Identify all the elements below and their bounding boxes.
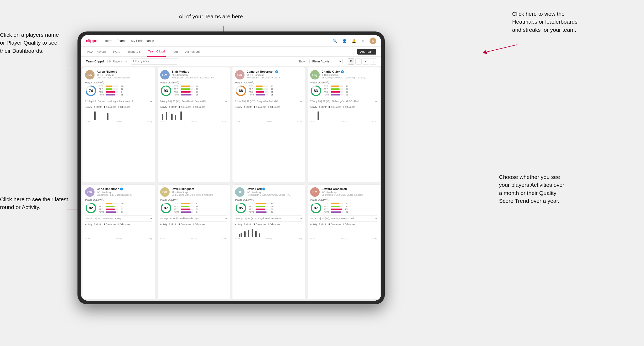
score-circle[interactable]: 87 (310, 202, 322, 214)
score-circle[interactable]: 74 (85, 85, 97, 97)
tab-tour[interactable]: Tour (171, 47, 179, 57)
chart-dates: 31 Jul 21 Aug 4 Sep (85, 238, 152, 239)
latest-round[interactable]: 18 Jul 23 | 74 (+4), Sunningdale GC - Ol… (310, 215, 377, 220)
latest-round[interactable]: 07 Aug 23 | 77 (+7), St George's Hill GC… (310, 98, 377, 103)
stats-section: OTT 82 APP 74 ARG 85 PUTT 9 (174, 202, 199, 214)
add-team-button[interactable]: Add Team (357, 49, 376, 55)
chart-bars (160, 110, 227, 120)
player-avatar[interactable]: BM (160, 70, 170, 79)
stat-bar-bg (256, 206, 268, 207)
tab-hcaps[interactable]: Hcaps 1-5 (126, 47, 142, 57)
stat-bar-bg (106, 206, 118, 207)
player-card[interactable]: CR Chris Robertson ✓ 1-5 Handicap Craigm… (82, 184, 155, 300)
stat-label: APP (99, 205, 105, 207)
player-name[interactable]: Aaron Nicholls (97, 70, 152, 73)
player-card[interactable]: BM Blair McHarg Plus Handicap Royal Nort… (157, 67, 230, 182)
player-avatar[interactable]: EC (310, 187, 320, 197)
user-icon[interactable]: 👤 (341, 38, 347, 44)
player-name[interactable]: Blair McHarg (172, 70, 227, 73)
latest-round[interactable]: 02 Sep 23 | Sunset round to get back int… (85, 98, 152, 103)
player-avatar[interactable]: CR (235, 70, 245, 79)
player-name[interactable]: Cameron Robertson ✓ (247, 70, 302, 73)
chart-bar (239, 234, 240, 237)
off-course-legend: Off course (343, 106, 355, 108)
stat-bar-bg (106, 203, 118, 204)
score-number: 87 (164, 206, 168, 210)
player-avatar[interactable]: DF (235, 187, 245, 197)
player-card[interactable]: AN Aaron Nicholls 11-15 Handicap Drift G… (82, 67, 155, 182)
latest-round-text: 04 Sep 23 | Mobility with coach, Gym (160, 217, 199, 220)
notification-icon[interactable]: 🔔 (351, 38, 357, 44)
verified-icon: ✓ (262, 188, 265, 190)
stat-value: 63 (269, 88, 273, 90)
player-avatar[interactable]: AN (85, 70, 95, 79)
svg-line-1 (485, 45, 517, 52)
edit-icon[interactable]: ✏ (125, 60, 128, 63)
nav-icons: 🔍 👤 🔔 ⊕ A (332, 38, 376, 44)
score-circle[interactable]: 87 (160, 202, 172, 214)
stat-label: ARG (249, 91, 255, 93)
tab-pga[interactable]: PGA (112, 47, 121, 57)
player-card[interactable]: CQ Charlie Quick ✓ 6-10 Handicap St. Geo… (307, 67, 380, 182)
stat-value: 80 (269, 205, 273, 207)
list-view-button[interactable]: ☰ (355, 58, 362, 65)
player-name[interactable]: Charlie Quick ✓ (322, 70, 377, 73)
player-name[interactable]: Chris Robertson ✓ (97, 187, 152, 190)
tab-pgat-players[interactable]: PGAT Players (86, 47, 107, 57)
latest-round[interactable]: 26 Aug 23 | 84 (+12), Royal North Devon … (235, 215, 302, 220)
latest-round[interactable]: 26 Aug 23 | 73 (+1), Royal North Devon G… (160, 98, 227, 103)
filter-button[interactable]: ▼ (363, 58, 369, 65)
score-number: 87 (314, 206, 318, 210)
player-avatar[interactable]: CQ (310, 70, 320, 79)
chart-bars (160, 227, 227, 237)
date-end: 4 Sep (222, 238, 227, 239)
stat-value: 80 (344, 88, 349, 90)
player-club: Craigmillar Park, United Kingdom (97, 194, 152, 196)
tab-team-clippd[interactable]: Team Clippd (147, 47, 166, 57)
player-info: Dave Billingham Plus Handicap Sog Maging… (172, 187, 227, 196)
grid-view-button[interactable]: ⊞ (348, 58, 354, 65)
player-name[interactable]: David Ford ✓ (247, 187, 302, 190)
search-input[interactable] (131, 58, 178, 65)
score-circle[interactable]: 68 (235, 85, 247, 97)
stat-label: PUTT (174, 94, 180, 96)
player-avatar[interactable]: CR (85, 187, 95, 197)
latest-round[interactable]: 02 Jul 23 | 59 (+17), Craigmillar Park G… (235, 98, 302, 103)
sort-button[interactable]: ↕ (370, 58, 376, 65)
score-circle[interactable]: 93 (160, 85, 172, 97)
player-card[interactable]: EC Edward Crossman 1-5 Handicap Sunningd… (307, 184, 380, 300)
date-end: 4 Sep (147, 238, 152, 239)
activity-header: Activity · 1 Month On course Off course (235, 223, 302, 226)
round-arrow: → (375, 217, 377, 220)
player-card[interactable]: CR Cameron Robertson ✓ 11-15 Handicap Ro… (232, 67, 305, 182)
stat-value: 92 (344, 211, 349, 213)
latest-round[interactable]: 04 Sep 23 | Mobility with coach, Gym → (160, 215, 227, 220)
app-logo[interactable]: clippd (86, 39, 97, 43)
score-circle[interactable]: 85 (235, 202, 247, 214)
nav-performance[interactable]: My Performance (131, 39, 154, 43)
score-circle[interactable]: 82 (85, 202, 97, 214)
player-avatar[interactable]: DB (160, 187, 170, 197)
settings-icon[interactable]: ⊕ (360, 38, 366, 44)
stat-label: APP (99, 88, 105, 90)
nav-home[interactable]: Home (104, 39, 112, 43)
player-card[interactable]: DB Dave Billingham Plus Handicap Sog Mag… (157, 184, 230, 300)
stat-row: ARG 85 (174, 208, 199, 210)
stat-bar-bg (181, 206, 193, 207)
player-card[interactable]: DF David Ford ✓ 1-5 Handicap Royal North… (232, 184, 305, 300)
nav-teams[interactable]: Teams (117, 39, 126, 43)
stat-bar-fill (181, 211, 191, 213)
show-select[interactable]: Player Activity Quality Score Trend (309, 59, 343, 64)
tab-all-players[interactable]: All Players (184, 47, 201, 57)
player-name[interactable]: Edward Crossman (322, 187, 377, 190)
round-arrow: → (300, 217, 302, 220)
avatar-button[interactable]: A (370, 38, 376, 44)
latest-round[interactable]: 03 Mar 23 | 19, Must make putting → (85, 215, 152, 220)
player-name[interactable]: Dave Billingham (172, 187, 227, 190)
stat-bar-fill (181, 209, 190, 210)
stats-section: OTT 77 APP 80 ARG 83 PUTT 8 (324, 85, 349, 97)
stat-bar-fill (106, 203, 112, 204)
activity-section: Activity · 1 Month On course Off course … (160, 221, 227, 239)
score-circle[interactable]: 83 (310, 85, 322, 97)
search-icon[interactable]: 🔍 (332, 38, 338, 44)
